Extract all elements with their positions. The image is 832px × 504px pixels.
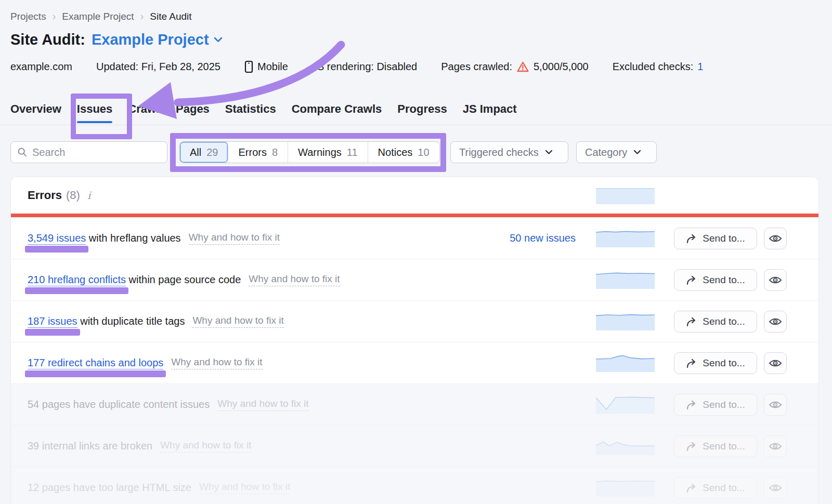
segment-notices[interactable]: Notices 10: [368, 142, 439, 163]
send-to-label: Send to...: [703, 441, 745, 452]
why-how-to-fix-link[interactable]: Why and how to fix it: [192, 315, 283, 328]
chevron-down-icon: [545, 150, 553, 155]
errors-section-title: Errors: [28, 189, 62, 202]
send-to-label: Send to...: [703, 233, 745, 244]
pages-crawled-value: 5,000/5,000: [534, 61, 589, 73]
excluded-checks-label: Excluded checks:: [613, 61, 694, 73]
why-how-to-fix-link[interactable]: Why and how to fix it: [160, 440, 251, 453]
new-issues-link[interactable]: 50 new issues: [510, 232, 576, 244]
tab-crawled-pages[interactable]: Crawled Pages: [128, 102, 210, 123]
chevron-down-icon: [214, 37, 223, 43]
hide-issue-button[interactable]: [764, 435, 787, 457]
send-to-button[interactable]: Send to...: [674, 311, 757, 333]
segment-errors-count: 8: [272, 147, 278, 158]
tab-progress[interactable]: Progress: [397, 102, 447, 123]
trend-sparkline: [596, 396, 655, 414]
device-label: Mobile: [257, 61, 288, 73]
audit-domain: example.com: [10, 61, 72, 73]
send-to-button[interactable]: Send to...: [674, 394, 757, 416]
why-how-to-fix-link[interactable]: Why and how to fix it: [171, 356, 262, 369]
segment-errors[interactable]: Errors 8: [228, 142, 288, 163]
errors-severity-bar: [11, 214, 818, 217]
issue-suffix: within page source code: [126, 274, 241, 285]
issue-link[interactable]: 210 hreflang conflicts: [28, 274, 126, 286]
annotation-underline-marker: [25, 329, 80, 336]
issue-type-segments: All 29 Errors 8 Warnings 11 Notices 10: [179, 141, 440, 163]
mobile-phone-icon: [244, 60, 253, 73]
eye-icon: [769, 234, 782, 243]
trend-sparkline: [596, 354, 655, 372]
eye-icon: [769, 359, 782, 368]
audit-meta-bar: example.com Updated: Fri, Feb 28, 2025 M…: [10, 60, 721, 73]
hide-issue-button[interactable]: [764, 477, 787, 499]
issue-row: 12 pages have too large HTML size Why an…: [11, 467, 818, 504]
issue-suffix: with duplicate title tags: [77, 315, 185, 327]
tab-issues[interactable]: Issues: [77, 102, 113, 123]
send-to-label: Send to...: [703, 399, 745, 410]
triggered-checks-label: Triggered checks: [459, 147, 539, 158]
send-to-button[interactable]: Send to...: [674, 435, 757, 457]
hide-issue-button[interactable]: [764, 311, 787, 333]
hide-issue-button[interactable]: [764, 352, 787, 374]
send-arrow-icon: [686, 275, 697, 285]
errors-section-header: Errors (8) i: [11, 177, 818, 214]
breadcrumb-projects[interactable]: Projects: [10, 11, 46, 22]
issue-link[interactable]: 177 redirect chains and loops: [28, 357, 163, 369]
segment-errors-label: Errors: [238, 147, 266, 158]
issue-link-text: 177 redirect chains and loops: [28, 357, 163, 368]
send-to-button[interactable]: Send to...: [674, 352, 757, 374]
issue-row: 54 pages have duplicate content issues W…: [11, 383, 818, 425]
send-arrow-icon: [686, 359, 697, 368]
trend-sparkline: [596, 479, 655, 497]
send-to-label: Send to...: [703, 482, 745, 494]
tab-overview[interactable]: Overview: [10, 102, 61, 123]
send-to-button[interactable]: Send to...: [674, 477, 757, 499]
hide-issue-button[interactable]: [764, 394, 787, 416]
issue-row: 39 internal links are broken Why and how…: [11, 425, 818, 467]
breadcrumb-separator-icon: ›: [139, 10, 145, 22]
issue-link[interactable]: 187 issues: [28, 315, 77, 328]
tab-statistics[interactable]: Statistics: [225, 102, 276, 123]
segment-warnings-label: Warnings: [298, 147, 342, 158]
annotation-underline-marker: [25, 370, 166, 377]
segment-notices-label: Notices: [378, 147, 413, 158]
issue-link[interactable]: 39 internal links are broken: [28, 440, 152, 452]
send-to-button[interactable]: Send to...: [674, 269, 757, 291]
issue-row: 3,549 issues with hreflang values Why an…: [11, 217, 818, 259]
excluded-checks-link[interactable]: 1: [697, 61, 703, 73]
issue-row: 210 hreflang conflicts within page sourc…: [11, 259, 818, 300]
send-arrow-icon: [686, 234, 697, 244]
tab-compare-crawls[interactable]: Compare Crawls: [292, 102, 382, 123]
trend-sparkline: [596, 437, 655, 455]
warning-triangle-icon: [516, 61, 529, 73]
hide-issue-button[interactable]: [764, 269, 787, 291]
info-icon[interactable]: i: [87, 189, 90, 202]
trend-sparkline: [596, 313, 655, 330]
trend-sparkline: [596, 230, 655, 247]
send-to-button[interactable]: Send to...: [674, 228, 757, 249]
project-selector[interactable]: Example Project: [92, 31, 223, 48]
segment-all[interactable]: All 29: [180, 142, 228, 163]
send-arrow-icon: [686, 317, 697, 327]
issue-link-text: 3,549 issues: [28, 232, 86, 244]
tab-js-impact[interactable]: JS Impact: [463, 102, 517, 123]
why-how-to-fix-link[interactable]: Why and how to fix it: [249, 273, 340, 286]
issue-link[interactable]: 3,549 issues: [28, 232, 86, 245]
search-box: [10, 141, 167, 163]
why-how-to-fix-link[interactable]: Why and how to fix it: [217, 398, 308, 411]
eye-icon: [769, 483, 782, 493]
issue-link[interactable]: 54 pages have duplicate content issues: [28, 399, 210, 410]
why-how-to-fix-link[interactable]: Why and how to fix it: [199, 481, 290, 494]
chevron-down-icon: [633, 150, 641, 155]
main-tabs: Overview Issues Crawled Pages Statistics…: [10, 102, 517, 123]
segment-warnings[interactable]: Warnings 11: [288, 142, 368, 163]
segment-all-count: 29: [206, 147, 218, 158]
triggered-checks-dropdown[interactable]: Triggered checks: [450, 141, 568, 163]
issue-link[interactable]: 12 pages have too large HTML size: [28, 482, 191, 494]
why-how-to-fix-link[interactable]: Why and how to fix it: [189, 232, 280, 245]
search-input[interactable]: [32, 147, 161, 158]
category-dropdown[interactable]: Category: [576, 141, 657, 163]
hide-issue-button[interactable]: [764, 228, 787, 249]
trend-column-header: [596, 188, 655, 204]
breadcrumb-example-project[interactable]: Example Project: [62, 11, 134, 22]
